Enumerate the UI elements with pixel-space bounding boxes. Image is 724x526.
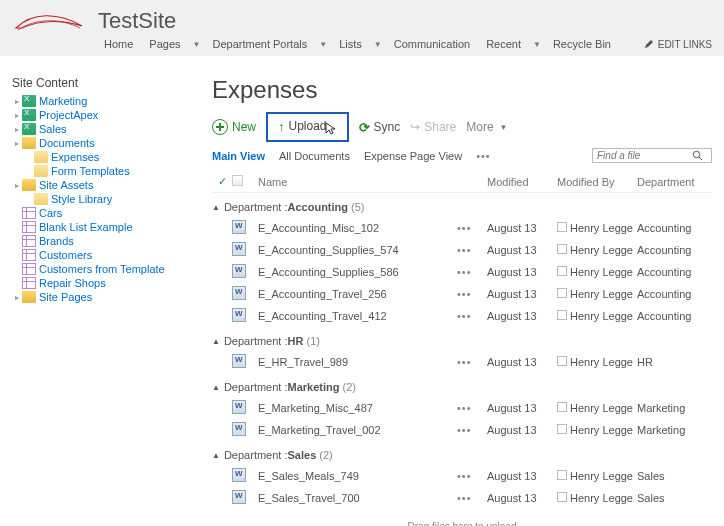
sidebar-item[interactable]: Customers from Template bbox=[12, 262, 204, 276]
table-row[interactable]: E_Accounting_Misc_102•••August 13Henry L… bbox=[212, 217, 712, 239]
more-button[interactable]: More ▼ bbox=[466, 120, 509, 134]
nav-recycle[interactable]: Recycle Bin bbox=[547, 36, 617, 52]
row-menu-icon[interactable]: ••• bbox=[457, 310, 472, 322]
site-logo[interactable] bbox=[12, 8, 88, 36]
file-name[interactable]: E_Accounting_Supplies_586 bbox=[254, 266, 457, 278]
chevron-down-icon[interactable]: ▼ bbox=[531, 40, 543, 49]
file-name[interactable]: E_Accounting_Supplies_574 bbox=[254, 244, 457, 256]
modified-by[interactable]: Henry Legge bbox=[557, 424, 637, 436]
sidebar-item[interactable]: Repair Shops bbox=[12, 276, 204, 290]
modified-by[interactable]: Henry Legge bbox=[557, 492, 637, 504]
expand-caret-icon[interactable]: ▸ bbox=[12, 125, 22, 134]
chevron-down-icon[interactable]: ▼ bbox=[317, 40, 329, 49]
sync-button[interactable]: ⟳ Sync bbox=[359, 120, 401, 135]
nav-pages[interactable]: Pages bbox=[143, 36, 186, 52]
expand-caret-icon[interactable]: ▸ bbox=[12, 293, 22, 302]
sidebar-item-label[interactable]: Customers bbox=[39, 249, 92, 261]
nav-lists[interactable]: Lists bbox=[333, 36, 368, 52]
file-name[interactable]: E_Sales_Meals_749 bbox=[254, 470, 457, 482]
new-button[interactable]: New bbox=[212, 119, 256, 135]
view-all[interactable]: All Documents bbox=[279, 150, 350, 162]
sidebar-item-label[interactable]: Site Assets bbox=[39, 179, 93, 191]
file-name[interactable]: E_Sales_Travel_700 bbox=[254, 492, 457, 504]
sidebar-item[interactable]: Customers bbox=[12, 248, 204, 262]
sidebar-item[interactable]: ▸ProjectApex bbox=[12, 108, 204, 122]
sidebar-item[interactable]: Brands bbox=[12, 234, 204, 248]
modified-by[interactable]: Henry Legge bbox=[557, 356, 637, 368]
nav-dept-portals[interactable]: Department Portals bbox=[206, 36, 313, 52]
sidebar-item[interactable]: Style Library bbox=[12, 192, 204, 206]
edit-links-button[interactable]: EDIT LINKS bbox=[644, 39, 712, 50]
row-menu-icon[interactable]: ••• bbox=[457, 402, 472, 414]
row-menu-icon[interactable]: ••• bbox=[457, 424, 472, 436]
row-menu-icon[interactable]: ••• bbox=[457, 470, 472, 482]
table-row[interactable]: E_Accounting_Supplies_586•••August 13Hen… bbox=[212, 261, 712, 283]
table-row[interactable]: E_Accounting_Travel_256•••August 13Henry… bbox=[212, 283, 712, 305]
modified-by[interactable]: Henry Legge bbox=[557, 222, 637, 234]
search-icon[interactable] bbox=[692, 150, 703, 161]
chevron-down-icon[interactable]: ▼ bbox=[191, 40, 203, 49]
sidebar-item[interactable]: ▸Documents bbox=[12, 136, 204, 150]
share-button[interactable]: ↪ Share bbox=[410, 120, 456, 134]
upload-button[interactable]: ↑ Upload bbox=[266, 112, 349, 142]
table-row[interactable]: E_Sales_Travel_700•••August 13Henry Legg… bbox=[212, 487, 712, 509]
sidebar-item-label[interactable]: Cars bbox=[39, 207, 62, 219]
sidebar-item-label[interactable]: Marketing bbox=[39, 95, 87, 107]
table-row[interactable]: E_Marketing_Travel_002•••August 13Henry … bbox=[212, 419, 712, 441]
table-row[interactable]: E_Marketing_Misc_487•••August 13Henry Le… bbox=[212, 397, 712, 419]
expand-caret-icon[interactable]: ▸ bbox=[12, 139, 22, 148]
sidebar-item-label[interactable]: Customers from Template bbox=[39, 263, 165, 275]
table-row[interactable]: E_Accounting_Travel_412•••August 13Henry… bbox=[212, 305, 712, 327]
table-row[interactable]: E_Sales_Meals_749•••August 13Henry Legge… bbox=[212, 465, 712, 487]
expand-caret-icon[interactable]: ▸ bbox=[12, 181, 22, 190]
modified-by[interactable]: Henry Legge bbox=[557, 470, 637, 482]
col-type-icon[interactable] bbox=[232, 175, 254, 188]
sidebar-item[interactable]: Cars bbox=[12, 206, 204, 220]
file-name[interactable]: E_Accounting_Travel_256 bbox=[254, 288, 457, 300]
nav-recent[interactable]: Recent bbox=[480, 36, 527, 52]
select-all-check[interactable]: ✓ bbox=[212, 175, 232, 188]
modified-by[interactable]: Henry Legge bbox=[557, 266, 637, 278]
sidebar-item-label[interactable]: Expenses bbox=[51, 151, 99, 163]
view-expense[interactable]: Expense Page View bbox=[364, 150, 462, 162]
sidebar-item[interactable]: ▸Marketing bbox=[12, 94, 204, 108]
row-menu-icon[interactable]: ••• bbox=[457, 222, 472, 234]
file-name[interactable]: E_HR_Travel_989 bbox=[254, 356, 457, 368]
col-department[interactable]: Department bbox=[637, 176, 712, 188]
expand-caret-icon[interactable]: ▸ bbox=[12, 97, 22, 106]
file-name[interactable]: E_Accounting_Travel_412 bbox=[254, 310, 457, 322]
modified-by[interactable]: Henry Legge bbox=[557, 244, 637, 256]
row-menu-icon[interactable]: ••• bbox=[457, 356, 472, 368]
col-name[interactable]: Name bbox=[254, 176, 457, 188]
view-main[interactable]: Main View bbox=[212, 150, 265, 162]
nav-communication[interactable]: Communication bbox=[388, 36, 476, 52]
sidebar-item-label[interactable]: Style Library bbox=[51, 193, 112, 205]
file-name[interactable]: E_Marketing_Misc_487 bbox=[254, 402, 457, 414]
sidebar-item[interactable]: ▸Sales bbox=[12, 122, 204, 136]
row-menu-icon[interactable]: ••• bbox=[457, 266, 472, 278]
group-header[interactable]: ▲Department : Accounting (5) bbox=[212, 193, 712, 217]
sidebar-item[interactable]: Blank List Example bbox=[12, 220, 204, 234]
sidebar-item[interactable]: Form Templates bbox=[12, 164, 204, 178]
modified-by[interactable]: Henry Legge bbox=[557, 402, 637, 414]
row-menu-icon[interactable]: ••• bbox=[457, 288, 472, 300]
table-row[interactable]: E_HR_Travel_989•••August 13Henry LeggeHR bbox=[212, 351, 712, 373]
sidebar-item-label[interactable]: Sales bbox=[39, 123, 67, 135]
group-header[interactable]: ▲Department : Marketing (2) bbox=[212, 373, 712, 397]
row-menu-icon[interactable]: ••• bbox=[457, 492, 472, 504]
search-box[interactable] bbox=[592, 148, 712, 163]
group-header[interactable]: ▲Department : HR (1) bbox=[212, 327, 712, 351]
table-row[interactable]: E_Accounting_Supplies_574•••August 13Hen… bbox=[212, 239, 712, 261]
col-modified-by[interactable]: Modified By bbox=[557, 176, 637, 188]
file-name[interactable]: E_Marketing_Travel_002 bbox=[254, 424, 457, 436]
expand-caret-icon[interactable]: ▸ bbox=[12, 111, 22, 120]
sidebar-item-label[interactable]: Brands bbox=[39, 235, 74, 247]
sidebar-item-label[interactable]: Repair Shops bbox=[39, 277, 106, 289]
sidebar-item-label[interactable]: ProjectApex bbox=[39, 109, 98, 121]
group-header[interactable]: ▲Department : Sales (2) bbox=[212, 441, 712, 465]
modified-by[interactable]: Henry Legge bbox=[557, 288, 637, 300]
nav-home[interactable]: Home bbox=[98, 36, 139, 52]
row-menu-icon[interactable]: ••• bbox=[457, 244, 472, 256]
sidebar-item-label[interactable]: Site Pages bbox=[39, 291, 92, 303]
sidebar-item[interactable]: Expenses bbox=[12, 150, 204, 164]
